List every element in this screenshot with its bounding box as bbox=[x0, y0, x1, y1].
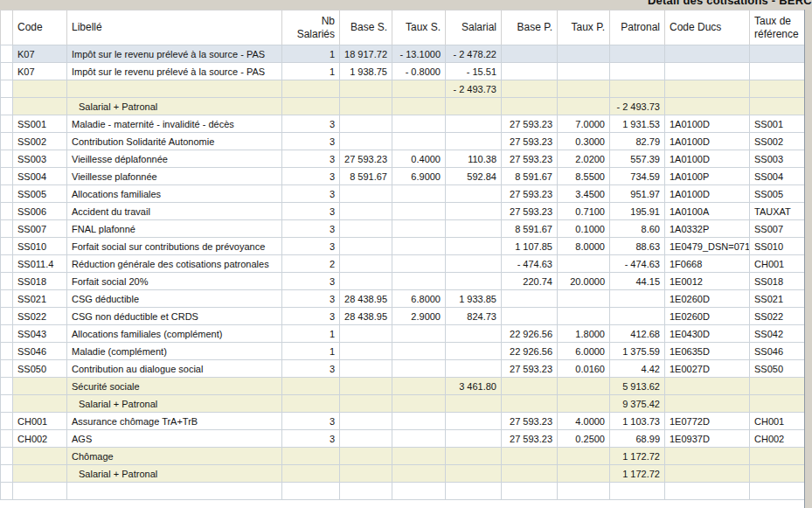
table-row[interactable]: CH001Assurance chômage TrA+TrB327 593.23… bbox=[1, 413, 805, 430]
cell-code_ducs bbox=[665, 378, 750, 395]
cell-taux_ref: SS003 bbox=[750, 150, 805, 168]
cell-base_p bbox=[502, 80, 558, 98]
cell-nb bbox=[282, 80, 340, 98]
cell-code_ducs: 1A0100D bbox=[665, 150, 750, 168]
cell-base_p: 27 593.23 bbox=[502, 203, 558, 220]
cell-code: SS043 bbox=[13, 325, 67, 343]
cell-libelle: Maladie (complément) bbox=[67, 343, 282, 360]
table-row[interactable]: SS018Forfait social 20%3220.7420.000044.… bbox=[1, 273, 805, 290]
cell-base_s bbox=[340, 133, 392, 150]
cell-taux_s: - 0.8000 bbox=[392, 63, 446, 80]
table-row[interactable]: Sécurité sociale3 461.805 913.62 bbox=[1, 378, 805, 395]
table-row[interactable]: SS004Vieillesse plafonnée38 591.676.9000… bbox=[1, 168, 805, 185]
cell-base_s bbox=[340, 430, 392, 448]
cell-base_s: 27 593.23 bbox=[340, 150, 392, 168]
table-row[interactable]: Salarial + Patronal- 2 493.73 bbox=[1, 98, 805, 115]
cell-taux_s bbox=[392, 203, 446, 220]
cell-patronal: 68.99 bbox=[610, 430, 665, 448]
cell-patronal: 195.91 bbox=[610, 203, 665, 220]
table-row[interactable]: SS022CSG non déductible et CRDS328 438.9… bbox=[1, 308, 805, 325]
table-row[interactable]: SS007FNAL plafonné38 591.670.10008.601A0… bbox=[1, 220, 805, 238]
table-row[interactable]: Salarial + Patronal9 375.42 bbox=[1, 395, 805, 413]
table-row[interactable]: SS002Contribution Solidarité Autonomie32… bbox=[1, 133, 805, 150]
column-header-base_s[interactable]: Base S. bbox=[340, 10, 392, 45]
column-header-patronal[interactable]: Patronal bbox=[610, 10, 665, 45]
column-header-taux_p[interactable]: Taux P. bbox=[558, 10, 610, 45]
row-gutter bbox=[1, 255, 13, 273]
cell-base_s bbox=[340, 255, 392, 273]
table-row[interactable]: SS011.4Réduction générale des cotisation… bbox=[1, 255, 805, 273]
cell-taux_s bbox=[392, 343, 446, 360]
cell-taux_p: 3.4500 bbox=[558, 185, 610, 203]
cell-salarial: - 2 493.73 bbox=[446, 80, 502, 98]
cell-code_ducs: 1A0100D bbox=[665, 185, 750, 203]
cell-salarial bbox=[446, 220, 502, 238]
cell-salarial bbox=[446, 273, 502, 290]
row-gutter bbox=[1, 343, 13, 360]
table-row[interactable]: SS001Maladie - maternité - invalidité - … bbox=[1, 115, 805, 133]
table-body: K07Impôt sur le revenu prélevé à la sour… bbox=[1, 45, 805, 500]
cell-code bbox=[13, 98, 67, 115]
cell-nb: 3 bbox=[282, 168, 340, 185]
column-header-taux_s[interactable]: Taux S. bbox=[392, 10, 446, 45]
column-header-base_p[interactable]: Base P. bbox=[502, 10, 558, 45]
cell-code_ducs: 1E0260D bbox=[665, 308, 750, 325]
cell-patronal bbox=[610, 290, 665, 308]
cell-base_s bbox=[340, 203, 392, 220]
cell-salarial: 110.38 bbox=[446, 150, 502, 168]
cell-taux_ref: SS007 bbox=[750, 220, 805, 238]
table-row[interactable]: SS010Forfait social sur contributions de… bbox=[1, 238, 805, 255]
cell-libelle: Salarial + Patronal bbox=[67, 395, 282, 413]
table-row[interactable]: SS050Contribution au dialogue social327 … bbox=[1, 360, 805, 378]
cell-salarial: 3 461.80 bbox=[446, 378, 502, 395]
table-row[interactable]: SS043Allocations familiales (complément)… bbox=[1, 325, 805, 343]
cell-nb: 3 bbox=[282, 360, 340, 378]
cell-libelle: Salarial + Patronal bbox=[67, 465, 282, 483]
column-header-code_ducs[interactable]: Code Ducs bbox=[665, 10, 750, 45]
table-row[interactable]: SS006Accident du travail327 593.230.7100… bbox=[1, 203, 805, 220]
cell-taux_s bbox=[392, 238, 446, 255]
cell-taux_s bbox=[392, 483, 446, 500]
cell-taux_s bbox=[392, 360, 446, 378]
table-row[interactable]: SS046Maladie (complément)122 926.566.000… bbox=[1, 343, 805, 360]
column-header-libelle[interactable]: Libellé bbox=[67, 10, 282, 45]
cell-taux_ref bbox=[750, 378, 805, 395]
cell-code_ducs bbox=[665, 395, 750, 413]
cell-code_ducs: 1E0260D bbox=[665, 290, 750, 308]
table-row[interactable]: CH002AGS327 593.230.250068.991E0937DCH00… bbox=[1, 430, 805, 448]
column-header-salarial[interactable]: Salarial bbox=[446, 10, 502, 45]
cell-taux_ref: SS010 bbox=[750, 238, 805, 255]
row-gutter bbox=[1, 168, 13, 185]
table-row[interactable]: Chômage1 172.72 bbox=[1, 448, 805, 465]
cell-patronal bbox=[610, 80, 665, 98]
column-header-code[interactable]: Code bbox=[13, 10, 67, 45]
table-row[interactable]: SS003Vieillesse déplafonnée327 593.230.4… bbox=[1, 150, 805, 168]
row-gutter bbox=[1, 378, 13, 395]
cell-taux_ref: SS004 bbox=[750, 168, 805, 185]
column-header-nb[interactable]: Nb Salariés bbox=[282, 10, 340, 45]
cell-base_p: 1 107.85 bbox=[502, 238, 558, 255]
cell-libelle: Réduction générale des cotisations patro… bbox=[67, 255, 282, 273]
cell-salarial bbox=[446, 238, 502, 255]
cell-taux_p bbox=[558, 308, 610, 325]
table-row[interactable]: SS021CSG déductible328 438.956.80001 933… bbox=[1, 290, 805, 308]
cell-taux_p: 0.0160 bbox=[558, 360, 610, 378]
cell-nb: 1 bbox=[282, 325, 340, 343]
table-row[interactable]: K07Impôt sur le revenu prélevé à la sour… bbox=[1, 63, 805, 80]
table-row[interactable]: Salarial + Patronal1 172.72 bbox=[1, 465, 805, 483]
table-row[interactable]: SS005Allocations familiales327 593.233.4… bbox=[1, 185, 805, 203]
cell-taux_ref bbox=[750, 80, 805, 98]
cell-taux_s bbox=[392, 133, 446, 150]
cell-code_ducs bbox=[665, 483, 750, 500]
cell-taux_ref: SS005 bbox=[750, 185, 805, 203]
table-row[interactable]: K07Impôt sur le revenu prélevé à la sour… bbox=[1, 45, 805, 63]
cell-base_s bbox=[340, 483, 392, 500]
cell-nb: 3 bbox=[282, 150, 340, 168]
table-row[interactable] bbox=[1, 483, 805, 500]
cell-code_ducs bbox=[665, 80, 750, 98]
cell-taux_s bbox=[392, 273, 446, 290]
column-header-taux_ref[interactable]: Taux de référence bbox=[750, 10, 805, 45]
table-row[interactable]: - 2 493.73 bbox=[1, 80, 805, 98]
cell-libelle: Forfait social sur contributions de prév… bbox=[67, 238, 282, 255]
row-gutter bbox=[1, 290, 13, 308]
